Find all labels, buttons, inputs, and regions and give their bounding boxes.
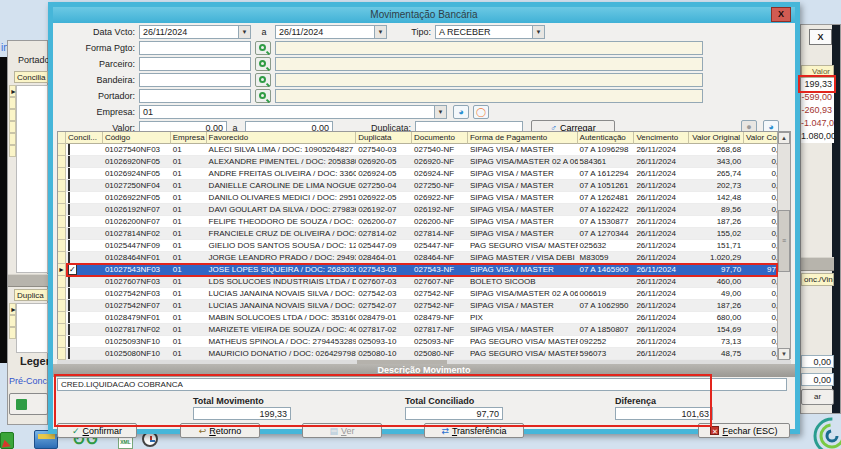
table-row[interactable]: 01028479NF0101MABIN SOLUCOES LTDA / DOC:… [58,312,790,324]
concil-checkbox[interactable] [68,276,70,287]
row-selector-cell[interactable] [9,133,16,145]
chevron-down-icon[interactable]: ▼ [238,26,250,38]
empresa-refresh-button[interactable]: ◕ [453,105,469,119]
retorno-button[interactable]: ↩Retorno [180,423,260,438]
scroll-down-icon[interactable]: ▼ [778,348,790,360]
descricao-movimento-input[interactable]: CRED.LIQUIDACAO COBRANCA [57,378,787,391]
concil-checkbox[interactable] [68,168,70,179]
concil-checkbox[interactable] [68,204,70,215]
chevron-down-icon[interactable]: ▼ [532,26,544,38]
row-selector-cell[interactable] [58,336,66,348]
table-row[interactable]: 01026924NF0501ANDRE FREITAS OLIVEIRA / D… [58,168,790,180]
concil-checkbox[interactable] [68,348,70,359]
chevron-down-icon[interactable]: ▼ [374,26,386,38]
salvar-button[interactable] [9,393,48,415]
table-row[interactable]: ►✓01027543NF0301JOSE LOPES SIQUEIRA / DO… [58,264,790,276]
dialog-titlebar[interactable]: Movimentação Bancária [53,7,795,23]
concil-checkbox[interactable] [68,312,70,323]
row-selector-cell[interactable] [58,348,66,360]
column-header-favorecido[interactable]: Favorecido [207,132,357,144]
column-header-codigo[interactable]: Código [103,132,171,144]
scroll-up-icon[interactable]: ▲ [778,132,790,144]
concil-checkbox[interactable] [68,288,70,299]
portador-search-button[interactable] [255,89,271,103]
ver-button[interactable]: ▤Ver [302,423,382,438]
row-selector-cell[interactable] [58,180,66,192]
parceiro-input[interactable] [139,57,251,71]
table-row[interactable]: 01027542NF0301LUCIAS JANAINA NOVAIS SILV… [58,288,790,300]
column-header-duplicata[interactable]: Duplicata [356,132,412,144]
concil-checkbox[interactable] [68,300,70,311]
row-selector-cell[interactable] [58,276,66,288]
empresa-clear-button[interactable]: ◯ [473,105,489,119]
calendar-app-icon[interactable] [0,432,14,449]
valor-value-cell[interactable]: 1.080,00 [801,130,834,143]
empresa-combobox[interactable]: 01▼ [139,105,447,119]
row-selector-cell[interactable]: ► [58,264,66,276]
transferencia-button[interactable]: ⇄Transferência [424,423,524,438]
row-selector-cell[interactable] [58,228,66,240]
valor-value-cell[interactable]: -260,93 [801,104,834,117]
column-header-valor_original[interactable]: Valor Original [689,132,744,144]
table-row[interactable]: 01025447NF0901GIELIO DOS SANTOS SOUSA / … [58,240,790,252]
row-selector-cell[interactable] [58,192,66,204]
column-header-vencimento[interactable]: Vencimento [634,132,689,144]
table-row[interactable]: 01027540NF0301ALECI SILVA LIMA / DOC: 10… [58,144,790,156]
concil-checkbox[interactable] [68,336,70,347]
table-row[interactable]: 01028464NF0101JORGE LEANDRO PRADO / DOC:… [58,252,790,264]
row-selector-cell[interactable] [58,324,66,336]
table-row[interactable]: 01027814NF0201FRANCIELE CRUZ DE OLIVEIRA… [58,228,790,240]
row-selector-cell[interactable] [9,97,16,109]
concil-checkbox[interactable] [68,216,70,227]
table-row[interactable]: 01026922NF0501DANILO OLIVARES MEDICI / D… [58,192,790,204]
row-selector-cell[interactable]: ► [9,303,16,315]
table-row[interactable]: 01025080NF1001MAURICIO DONATIO / DOC: 02… [58,348,790,360]
column-header-concil[interactable]: Concil... [66,132,103,144]
bandeira-search-button[interactable] [255,73,271,87]
chevron-down-icon[interactable]: ▼ [434,106,446,118]
column-header-documento[interactable]: Documento [412,132,468,144]
background-fechar-button[interactable]: ar (ESC) [801,389,834,405]
column-header-empresa[interactable]: Empresa [171,132,207,144]
parceiro-search-button[interactable] [255,57,271,71]
column-header-autenticacao[interactable]: Autenticação [578,132,635,144]
table-row[interactable]: 01027817NF0201MARIZETE VIEIRA DE SOUZA /… [58,324,790,336]
data-vcto-to-combobox[interactable]: 26/11/2024▼ [275,25,387,39]
forma-pgto-search-button[interactable] [255,41,271,55]
forma-pgto-input[interactable] [139,41,251,55]
background-field-1[interactable]: 0,00 [801,355,834,368]
row-selector-cell[interactable] [58,312,66,324]
concil-checkbox[interactable] [68,228,70,239]
concil-checkbox[interactable] [68,252,70,263]
row-selector-cell[interactable] [9,145,16,157]
row-selector-cell[interactable] [58,144,66,156]
row-selector-cell[interactable]: ► [9,85,16,97]
dialog-close-button[interactable]: X [771,7,791,22]
concil-checkbox[interactable] [68,156,70,167]
scrollbar-thumb[interactable]: ≡ [778,210,790,272]
bandeira-input[interactable] [139,73,251,87]
table-row[interactable]: 01027607NF0301LDS SOLUCOES INDUSTRIAIS L… [58,276,790,288]
background-field-2[interactable]: 0,00 [801,373,834,386]
table-row[interactable]: 01025093NF1001MATHEUS SPINOLA / DOC: 279… [58,336,790,348]
row-selector-cell[interactable] [58,252,66,264]
concil-checkbox[interactable] [68,324,70,335]
table-row[interactable]: 01026192NF0701DAVI GOULART DA SILVA / DO… [58,204,790,216]
row-selector-cell[interactable] [9,109,16,121]
table-row[interactable]: 01026920NF0501ALEXANDRE PIMENTEL / DOC: … [58,156,790,168]
portador-input[interactable] [139,89,251,103]
valor-value-cell[interactable]: 199,33 [801,78,834,91]
table-row[interactable]: 01027250NF0401DANIELLE CAROLINE DE LIMA … [58,180,790,192]
row-selector-cell[interactable] [58,168,66,180]
tipo-combobox[interactable]: A RECEBER▼ [435,25,545,39]
row-selector-cell[interactable] [58,240,66,252]
row-selector-cell[interactable] [58,204,66,216]
row-selector-cell[interactable] [58,300,66,312]
valor-value-cell[interactable]: -599,00 [801,91,834,104]
concil-checkbox[interactable]: ✓ [68,264,77,275]
row-selector-cell[interactable] [9,315,16,327]
row-selector-cell[interactable] [9,121,16,133]
row-selector-cell[interactable] [58,216,66,228]
confirmar-button[interactable]: ✓Confirmar [57,423,137,438]
concil-checkbox[interactable] [68,144,70,155]
